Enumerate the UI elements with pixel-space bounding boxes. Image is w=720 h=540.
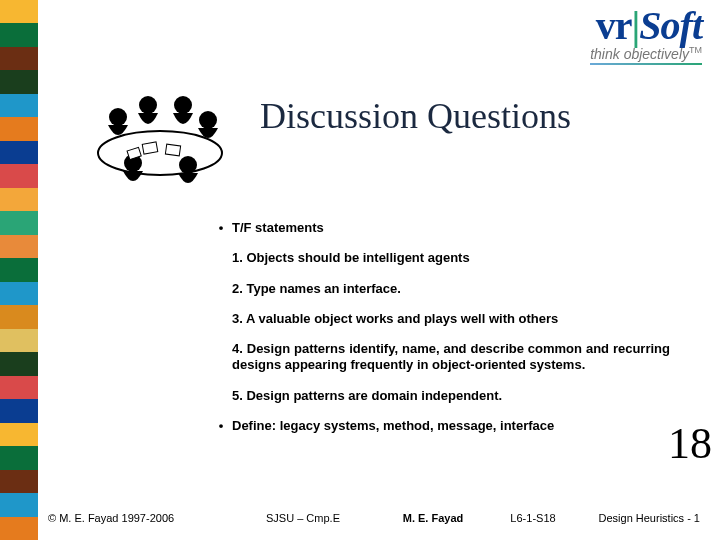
bullet-dot: • bbox=[210, 220, 232, 236]
svg-point-6 bbox=[179, 156, 197, 174]
bullet-1-label: T/F statements bbox=[232, 220, 670, 236]
stripe-segment bbox=[0, 376, 38, 399]
stripe-segment bbox=[0, 258, 38, 281]
footer-code: L6-1-S18 bbox=[488, 512, 578, 524]
stripe-segment bbox=[0, 282, 38, 305]
stripe-segment bbox=[0, 47, 38, 70]
statement-5: 5. Design patterns are domain independen… bbox=[232, 388, 670, 404]
logo-text: vr|Soft bbox=[590, 6, 702, 46]
footer-center: SJSU – Cmp.E bbox=[228, 512, 378, 524]
stripe-segment bbox=[0, 423, 38, 446]
stripe-segment bbox=[0, 470, 38, 493]
stripe-segment bbox=[0, 493, 38, 516]
footer-copyright: © M. E. Fayad 1997-2006 bbox=[48, 512, 228, 524]
stripe-segment bbox=[0, 141, 38, 164]
stripe-segment bbox=[0, 188, 38, 211]
stripe-segment bbox=[0, 235, 38, 258]
statement-2: 2. Type names an interface. bbox=[232, 281, 670, 297]
stripe-segment bbox=[0, 517, 38, 540]
footer-author: M. E. Fayad bbox=[378, 512, 488, 524]
svg-point-3 bbox=[174, 96, 192, 114]
logo-part1: vr bbox=[596, 3, 632, 48]
statement-3: 3. A valuable object works and plays wel… bbox=[232, 311, 670, 327]
stripe-segment bbox=[0, 70, 38, 93]
logo-tagline: think objectivelyTM bbox=[590, 46, 702, 61]
statement-4: 4. Design patterns identify, name, and d… bbox=[232, 341, 670, 374]
slide-content: • T/F statements 1. Objects should be in… bbox=[210, 220, 670, 448]
stripe-segment bbox=[0, 329, 38, 352]
bullet-dot: • bbox=[210, 418, 232, 434]
stripe-segment bbox=[0, 446, 38, 469]
slide-number-large: 18 bbox=[668, 418, 712, 469]
footer-right: Design Heuristics - 1 bbox=[578, 512, 700, 524]
logo-underline bbox=[590, 63, 702, 65]
svg-point-0 bbox=[98, 131, 222, 175]
brand-logo: vr|Soft think objectivelyTM bbox=[590, 6, 702, 65]
svg-rect-7 bbox=[142, 142, 158, 154]
stripe-segment bbox=[0, 211, 38, 234]
svg-rect-8 bbox=[165, 144, 180, 156]
left-color-stripe bbox=[0, 0, 38, 540]
stripe-segment bbox=[0, 23, 38, 46]
statement-1: 1. Objects should be intelligent agents bbox=[232, 250, 670, 266]
stripe-segment bbox=[0, 399, 38, 422]
meeting-clipart bbox=[88, 75, 233, 195]
svg-point-1 bbox=[109, 108, 127, 126]
svg-point-4 bbox=[199, 111, 217, 129]
footer: © M. E. Fayad 1997-2006 SJSU – Cmp.E M. … bbox=[48, 512, 700, 524]
stripe-segment bbox=[0, 352, 38, 375]
bullet-2-label: Define: legacy systems, method, message,… bbox=[232, 418, 670, 434]
stripe-segment bbox=[0, 305, 38, 328]
stripe-segment bbox=[0, 94, 38, 117]
logo-part2: Soft bbox=[639, 3, 702, 48]
slide-title: Discussion Questions bbox=[260, 95, 571, 137]
stripe-segment bbox=[0, 164, 38, 187]
svg-point-2 bbox=[139, 96, 157, 114]
stripe-segment bbox=[0, 0, 38, 23]
stripe-segment bbox=[0, 117, 38, 140]
